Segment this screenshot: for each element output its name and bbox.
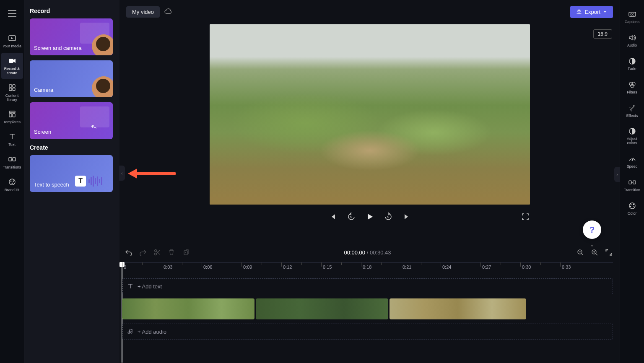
audio-track[interactable]: + Add audio: [122, 324, 613, 340]
fit-button[interactable]: [605, 248, 613, 257]
help-button[interactable]: ?: [583, 220, 601, 239]
ruler-tick-label: 0:03: [164, 264, 172, 270]
svg-rect-31: [633, 181, 636, 184]
timeline-ruler[interactable]: 00:030:060:090:120:150:180:210:240:270:3…: [122, 262, 613, 277]
ruler-tick-label: 0:30: [522, 264, 531, 270]
brand-icon: [8, 177, 17, 187]
ruler-major-mark: [480, 262, 481, 267]
export-button[interactable]: Export: [570, 6, 613, 18]
video-preview[interactable]: [210, 24, 530, 205]
nav-record-create[interactable]: Record & create: [1, 53, 23, 79]
video-clip-2[interactable]: [256, 298, 388, 319]
prop-transition[interactable]: Transition: [621, 174, 643, 197]
cloud-sync-icon[interactable]: [164, 8, 172, 16]
ruler-tick-label: 0:06: [203, 264, 212, 270]
zoom-out-button[interactable]: [576, 248, 584, 257]
svg-rect-9: [9, 158, 12, 161]
card-screen[interactable]: ↖ Screen: [30, 102, 113, 139]
ruler-minor-mark: [222, 262, 222, 265]
ruler-major-mark: [202, 262, 202, 267]
prop-adjust-colors[interactable]: Adjust colors: [621, 123, 643, 150]
forward-button[interactable]: 5: [384, 212, 393, 221]
svg-point-35: [633, 206, 634, 207]
card-label: Screen and camera: [34, 45, 81, 51]
hamburger-menu[interactable]: [5, 6, 20, 21]
fullscreen-button[interactable]: [521, 212, 530, 221]
svg-text:5: 5: [387, 215, 389, 218]
ruler-tick-label: 0:18: [363, 264, 371, 270]
card-camera[interactable]: Camera: [30, 60, 113, 97]
ruler-tick-label: 0:15: [323, 264, 332, 270]
svg-rect-1: [9, 59, 13, 63]
svg-rect-2: [9, 85, 12, 87]
skip-end-button[interactable]: [402, 212, 411, 221]
nav-label: Transitions: [3, 166, 21, 170]
player-controls: 5 5: [210, 206, 530, 227]
record-create-panel: Record Screen and camera Camera ↖ Screen…: [24, 0, 119, 363]
delete-button[interactable]: [167, 248, 176, 257]
video-clip-1[interactable]: [122, 298, 254, 319]
nav-content-library[interactable]: Content library: [1, 80, 23, 106]
captions-icon: CC: [628, 10, 636, 18]
svg-rect-30: [629, 181, 631, 184]
redo-button[interactable]: [139, 248, 147, 257]
ruler-tick-label: 0:21: [402, 264, 411, 270]
nav-brand-kit[interactable]: Brand kit: [1, 174, 23, 196]
add-audio-label: + Add audio: [138, 329, 166, 335]
nav-text[interactable]: Text: [1, 129, 23, 150]
ruler-major-mark: [441, 262, 441, 267]
video-track[interactable]: [122, 298, 613, 319]
add-text-label: + Add text: [138, 283, 162, 290]
aspect-ratio-badge[interactable]: 16:9: [593, 29, 612, 39]
play-button[interactable]: [365, 212, 374, 221]
top-bar: My video Export: [119, 0, 620, 23]
avatar-decor: [92, 34, 113, 55]
nav-templates[interactable]: Templates: [1, 106, 23, 128]
prop-captions[interactable]: CC Captions: [621, 6, 643, 29]
text-track[interactable]: + Add text: [122, 278, 613, 294]
skip-start-button[interactable]: [328, 212, 338, 221]
card-screen-and-camera[interactable]: Screen and camera: [30, 18, 113, 55]
ruler-tick-label: 0:12: [283, 264, 292, 270]
prop-effects[interactable]: Effects: [621, 100, 643, 122]
tts-decor: T: [75, 175, 108, 187]
duplicate-button[interactable]: [182, 248, 190, 257]
ruler-minor-mark: [501, 262, 501, 265]
ruler-tick-label: 0: [124, 264, 126, 270]
svg-point-12: [10, 181, 11, 182]
main-area: ‹ My video Export 16:9 5 5 ? ⌄: [119, 0, 620, 363]
prop-audio[interactable]: Audio: [621, 29, 643, 52]
nav-label: Text: [8, 143, 16, 147]
ruler-minor-mark: [540, 262, 541, 265]
timeline-section: 00:00.00 / 00:30.43 00:030:060:090:120:1…: [119, 241, 620, 363]
svg-rect-4: [9, 88, 12, 91]
svg-rect-5: [13, 88, 15, 91]
timeline-timecode: 00:00.00 / 00:30.43: [344, 249, 391, 256]
ruler-major-mark: [361, 262, 361, 267]
zoom-in-button[interactable]: [590, 248, 599, 257]
transitions-icon: [8, 155, 17, 164]
ruler-tick-label: 0:09: [243, 264, 252, 270]
ruler-major-mark: [122, 262, 122, 267]
video-clip-3[interactable]: [390, 298, 526, 319]
split-button[interactable]: [153, 248, 161, 257]
prop-fade[interactable]: Fade: [621, 53, 643, 75]
undo-button[interactable]: [125, 248, 133, 257]
svg-point-14: [11, 183, 13, 184]
project-title[interactable]: My video: [126, 6, 160, 18]
ruler-major-mark: [281, 262, 282, 267]
svg-point-11: [9, 179, 15, 185]
prop-speed[interactable]: Speed: [621, 150, 643, 173]
timeline-toolbar: 00:00.00 / 00:30.43: [122, 246, 613, 259]
nav-transitions[interactable]: Transitions: [1, 151, 23, 173]
right-panel-collapse-toggle[interactable]: ›: [614, 167, 620, 182]
ruler-minor-mark: [301, 262, 302, 265]
ruler-major-mark: [560, 262, 561, 267]
svg-rect-8: [13, 114, 15, 117]
prop-color[interactable]: Color: [621, 197, 643, 220]
right-property-rail: CC Captions Audio Fade Filters Effects A…: [620, 0, 644, 363]
card-text-to-speech[interactable]: T Text to speech: [30, 155, 113, 192]
rewind-button[interactable]: 5: [347, 212, 356, 221]
prop-filters[interactable]: Filters: [621, 76, 643, 99]
nav-your-media[interactable]: Your media: [1, 30, 23, 52]
